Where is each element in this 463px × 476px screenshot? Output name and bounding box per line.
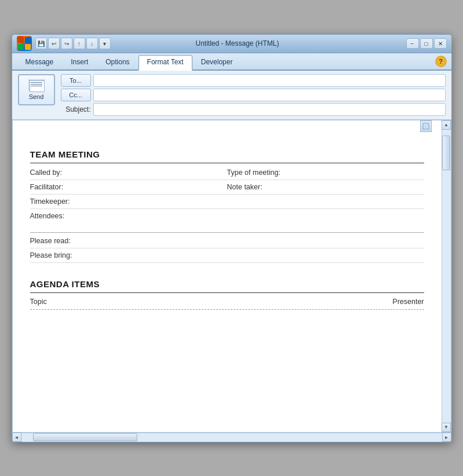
attendees-label: Attendees: [30, 212, 424, 220]
divider-mid [30, 232, 424, 233]
please-read-row: Please read: [30, 234, 424, 248]
cc-input[interactable] [93, 89, 446, 101]
attendees-row: Attendees: [30, 209, 424, 223]
title-bar: 💾 ↩ ↪ ↑ ↓ ▾ Untitled - Message (HTML) − … [12, 35, 451, 53]
svg-line-6 [37, 80, 44, 86]
svg-rect-3 [25, 44, 31, 50]
email-body-container: TEAM MEETING Called by: Type of meeting:… [12, 120, 451, 433]
help-button[interactable]: ? [435, 56, 447, 67]
cc-field-row: Cc... [61, 89, 446, 101]
svg-line-5 [29, 80, 37, 86]
team-meeting-title: TEAM MEETING [30, 149, 424, 159]
tab-insert[interactable]: Insert [62, 55, 97, 69]
to-field-row: To... [61, 74, 446, 87]
called-by-label: Called by: [30, 169, 227, 177]
facilitator-row: Facilitator: Note taker: [30, 180, 424, 195]
vertical-scrollbar: ▲ ▼ [442, 120, 451, 432]
scroll-down-button[interactable]: ▼ [442, 423, 451, 432]
h-scroll-thumb[interactable] [33, 433, 137, 441]
body-expand-icon[interactable] [420, 120, 432, 132]
close-button[interactable]: ✕ [434, 38, 447, 49]
outlook-window: 💾 ↩ ↪ ↑ ↓ ▾ Untitled - Message (HTML) − … [12, 34, 452, 442]
team-meeting-section: TEAM MEETING Called by: Type of meeting:… [30, 132, 424, 263]
agenda-header-row: Topic Presenter [30, 295, 424, 308]
send-icon [28, 79, 45, 92]
timekeeper-label: Timekeeper: [30, 197, 424, 206]
timekeeper-row: Timekeeper: [30, 195, 424, 209]
presenter-header: Presenter [392, 298, 424, 306]
ribbon-tabs: Message Insert Options Format Text Devel… [12, 53, 451, 71]
facilitator-label: Facilitator: [30, 183, 227, 191]
please-bring-row: Please bring: [30, 248, 424, 263]
window-title: Untitled - Message (HTML) [69, 39, 406, 47]
svg-rect-2 [18, 44, 24, 50]
cc-button[interactable]: Cc... [61, 89, 91, 101]
subject-input[interactable] [93, 103, 446, 116]
tab-format-text[interactable]: Format Text [138, 55, 192, 71]
tab-options[interactable]: Options [97, 55, 138, 69]
to-button[interactable]: To... [61, 74, 91, 87]
spacer-1 [30, 223, 424, 231]
send-label: Send [29, 93, 44, 100]
scroll-right-button[interactable]: ► [442, 433, 451, 442]
svg-rect-1 [25, 37, 31, 43]
svg-rect-8 [424, 125, 428, 128]
spacer-2 [30, 263, 424, 271]
send-button[interactable]: Send [18, 74, 55, 105]
h-scroll-track[interactable] [21, 433, 442, 442]
tab-developer[interactable]: Developer [192, 55, 242, 69]
email-body[interactable]: TEAM MEETING Called by: Type of meeting:… [13, 120, 442, 432]
maximize-button[interactable]: □ [420, 38, 433, 49]
svg-rect-4 [29, 80, 44, 90]
please-bring-label: Please bring: [30, 251, 72, 259]
scroll-thumb[interactable] [442, 136, 450, 170]
divider-agenda [30, 292, 424, 293]
divider-top [30, 163, 424, 163]
scroll-up-button[interactable]: ▲ [442, 120, 451, 130]
to-input[interactable] [93, 74, 446, 87]
agenda-items-section: AGENDA ITEMS Topic Presenter [30, 279, 424, 310]
subject-field-row: Subject: [61, 103, 446, 116]
subject-label: Subject: [61, 105, 91, 113]
window-controls: − □ ✕ [406, 38, 447, 49]
horizontal-scrollbar: ◄ ► [12, 433, 451, 442]
spacer-3 [30, 271, 424, 279]
save-quick-btn[interactable]: 💾 [35, 38, 47, 49]
dashed-divider [30, 309, 424, 310]
tab-message[interactable]: Message [17, 55, 63, 69]
send-container: Send [18, 74, 55, 116]
email-fields: To... Cc... Subject: [61, 74, 446, 116]
called-by-row: Called by: Type of meeting: [30, 166, 424, 180]
topic-header: Topic [30, 298, 47, 306]
email-header: Send To... Cc... Subject: [12, 71, 451, 120]
please-read-label: Please read: [30, 237, 71, 245]
app-logo [17, 36, 32, 51]
minimize-button[interactable]: − [406, 38, 419, 49]
svg-rect-0 [18, 37, 24, 43]
note-taker-label: Note taker: [227, 183, 424, 191]
scroll-left-button[interactable]: ◄ [12, 433, 21, 442]
undo-quick-btn[interactable]: ↩ [48, 38, 60, 49]
agenda-items-title: AGENDA ITEMS [30, 279, 424, 289]
type-of-meeting-label: Type of meeting: [227, 169, 424, 177]
scroll-track[interactable] [442, 130, 451, 423]
